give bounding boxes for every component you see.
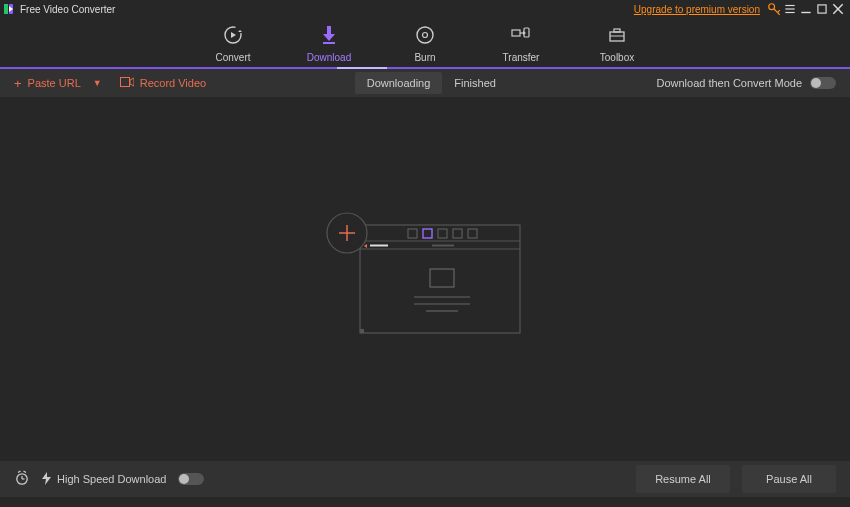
sub-bar: + Paste URL ▼ Record Video Downloading F… xyxy=(0,69,850,97)
tab-burn[interactable]: Burn xyxy=(400,24,450,63)
footer: High Speed Download Resume All Pause All xyxy=(0,461,850,497)
svg-marker-54 xyxy=(42,472,51,485)
resume-all-button[interactable]: Resume All xyxy=(636,465,730,493)
svg-rect-37 xyxy=(468,229,477,238)
toggle-knob xyxy=(811,78,821,88)
paste-url-button[interactable]: + Paste URL ▼ xyxy=(14,76,102,91)
upgrade-link[interactable]: Upgrade to premium version xyxy=(634,4,760,15)
download-status-segment: Downloading Finished xyxy=(355,72,508,94)
main-content xyxy=(0,97,850,461)
burn-icon xyxy=(414,24,436,46)
tab-toolbox[interactable]: Toolbox xyxy=(592,24,642,63)
svg-rect-36 xyxy=(453,229,462,238)
menu-icon[interactable] xyxy=(782,2,798,16)
svg-rect-41 xyxy=(430,269,454,287)
tab-underline xyxy=(0,67,850,69)
tab-label: Download xyxy=(307,52,351,63)
svg-rect-28 xyxy=(120,78,129,87)
tab-transfer[interactable]: Transfer xyxy=(496,24,546,63)
svg-marker-17 xyxy=(323,34,335,41)
main-tabs: Convert Download Burn Transfer Toolbox xyxy=(0,18,850,67)
record-video-label: Record Video xyxy=(140,77,206,89)
minimize-icon[interactable] xyxy=(798,2,814,16)
chevron-down-icon: ▼ xyxy=(93,78,102,88)
titlebar: Free Video Converter Upgrade to premium … xyxy=(0,0,850,18)
svg-rect-10 xyxy=(818,5,826,13)
tab-underline-active xyxy=(337,67,387,69)
svg-marker-14 xyxy=(231,32,236,38)
lightning-icon xyxy=(42,472,51,487)
high-speed-toggle[interactable] xyxy=(178,473,204,485)
segment-finished[interactable]: Finished xyxy=(442,72,508,94)
svg-marker-15 xyxy=(238,30,242,32)
svg-rect-18 xyxy=(323,42,335,44)
record-video-button[interactable]: Record Video xyxy=(120,77,206,89)
clock-icon[interactable] xyxy=(14,470,30,488)
app-title: Free Video Converter xyxy=(20,4,115,15)
key-icon[interactable] xyxy=(766,2,782,16)
svg-marker-29 xyxy=(130,78,134,86)
tab-download[interactable]: Download xyxy=(304,24,354,63)
svg-line-5 xyxy=(778,10,780,12)
paste-url-label: Paste URL xyxy=(28,77,81,89)
maximize-icon[interactable] xyxy=(814,2,830,16)
record-icon xyxy=(120,77,134,89)
svg-line-53 xyxy=(24,471,27,473)
app-logo-icon xyxy=(4,4,16,14)
svg-rect-16 xyxy=(327,26,331,34)
tab-label: Transfer xyxy=(503,52,540,63)
svg-point-20 xyxy=(423,33,428,38)
svg-rect-39 xyxy=(370,245,388,247)
svg-rect-26 xyxy=(614,29,620,32)
svg-rect-34 xyxy=(423,229,432,238)
svg-line-4 xyxy=(774,9,780,15)
convert-icon xyxy=(222,24,244,46)
svg-point-3 xyxy=(769,4,775,10)
download-mode-label: Download then Convert Mode xyxy=(656,77,802,89)
segment-downloading[interactable]: Downloading xyxy=(355,72,443,94)
svg-marker-38 xyxy=(364,244,367,248)
svg-rect-35 xyxy=(438,229,447,238)
empty-state-illustration xyxy=(320,207,530,351)
tab-label: Convert xyxy=(215,52,250,63)
toggle-knob xyxy=(179,474,189,484)
download-icon xyxy=(318,24,340,46)
transfer-icon xyxy=(510,24,532,46)
svg-rect-21 xyxy=(512,30,520,36)
svg-rect-45 xyxy=(360,329,364,333)
svg-line-52 xyxy=(18,471,21,473)
tab-label: Toolbox xyxy=(600,52,634,63)
download-mode-toggle[interactable] xyxy=(810,77,836,89)
close-icon[interactable] xyxy=(830,2,846,16)
tab-convert[interactable]: Convert xyxy=(208,24,258,63)
plus-icon: + xyxy=(14,76,22,91)
svg-rect-40 xyxy=(432,245,454,247)
svg-point-19 xyxy=(417,27,433,43)
toolbox-icon xyxy=(606,24,628,46)
svg-rect-33 xyxy=(408,229,417,238)
tab-label: Burn xyxy=(414,52,435,63)
high-speed-label: High Speed Download xyxy=(57,473,166,485)
svg-rect-0 xyxy=(4,4,8,14)
pause-all-button[interactable]: Pause All xyxy=(742,465,836,493)
